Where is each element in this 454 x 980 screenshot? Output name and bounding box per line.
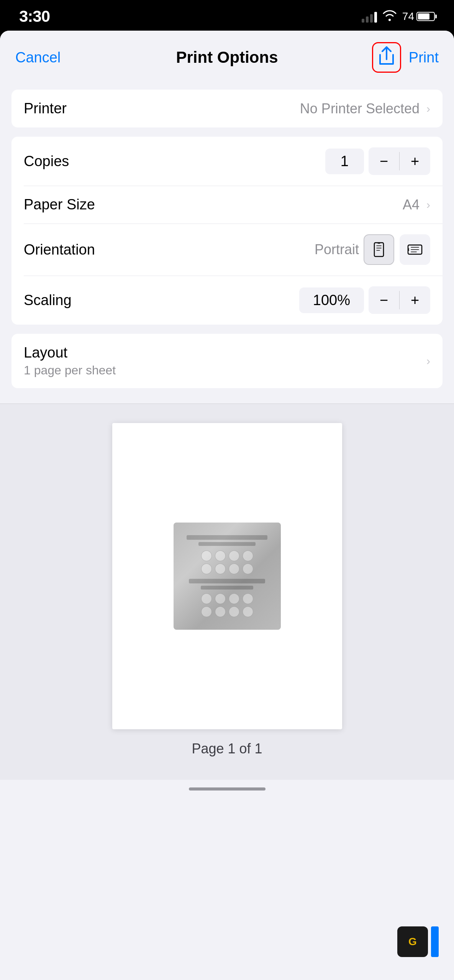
- copies-controls: 1 − +: [325, 147, 430, 175]
- scaling-minus-button[interactable]: −: [369, 286, 399, 314]
- page-indicator: Page 1 of 1: [192, 741, 262, 757]
- scaling-controls: 100% − +: [299, 286, 430, 314]
- blister-pack-graphic: [174, 523, 281, 630]
- cancel-button[interactable]: Cancel: [15, 49, 61, 66]
- nav-right-actions: Print: [372, 42, 439, 73]
- layout-subtitle: 1 page per sheet: [24, 363, 430, 377]
- status-bar: 3:30 74: [0, 0, 454, 31]
- share-button[interactable]: [372, 42, 401, 73]
- copies-row: Copies 1 − +: [11, 137, 443, 186]
- copies-value: 1: [325, 149, 364, 174]
- nav-bar: Cancel Print Options Print: [0, 31, 454, 80]
- copies-plus-button[interactable]: +: [400, 147, 430, 175]
- scaling-value: 100%: [299, 287, 364, 313]
- printer-chevron-icon: ›: [426, 102, 430, 115]
- landscape-button[interactable]: [400, 234, 430, 265]
- layout-card[interactable]: Layout 1 page per sheet ›: [11, 334, 443, 388]
- options-card: Copies 1 − + Paper Size A4 › Orientation: [11, 137, 443, 325]
- printer-card: Printer No Printer Selected ›: [11, 90, 443, 127]
- portrait-button[interactable]: [364, 234, 394, 265]
- svg-rect-0: [374, 243, 384, 256]
- watermark-logo: G: [397, 926, 428, 957]
- paper-size-label: Paper Size: [24, 196, 95, 213]
- watermark-g-letter: G: [408, 936, 417, 948]
- watermark-accent: [431, 926, 439, 957]
- paper-size-row[interactable]: Paper Size A4 ›: [11, 186, 443, 224]
- printer-value: No Printer Selected ›: [300, 101, 430, 117]
- layout-chevron-icon: ›: [426, 354, 430, 368]
- home-bar: [189, 787, 266, 791]
- copies-label: Copies: [24, 153, 69, 170]
- paper-size-value: A4 ›: [403, 197, 430, 213]
- orientation-value: Portrait: [315, 242, 359, 258]
- scaling-label: Scaling: [24, 292, 72, 309]
- scaling-row: Scaling 100% − +: [11, 276, 443, 325]
- printer-label: Printer: [24, 100, 67, 117]
- scaling-stepper: − +: [369, 286, 430, 314]
- copies-stepper: − +: [369, 147, 430, 175]
- print-button[interactable]: Print: [409, 49, 439, 66]
- orientation-buttons: [364, 234, 430, 265]
- sheet: Cancel Print Options Print Printer No Pr…: [0, 31, 454, 980]
- share-icon: [378, 46, 395, 69]
- copies-minus-button[interactable]: −: [369, 147, 399, 175]
- orientation-row: Orientation Portrait: [11, 224, 443, 276]
- preview-image: [174, 523, 281, 630]
- scaling-plus-button[interactable]: +: [400, 286, 430, 314]
- orientation-controls: Portrait: [315, 234, 430, 265]
- printer-value-text: No Printer Selected: [300, 101, 420, 117]
- layout-title: Layout: [24, 345, 430, 361]
- signal-icon: [362, 10, 377, 23]
- paper-size-text: A4: [403, 197, 420, 213]
- home-indicator: [0, 780, 454, 802]
- page-title: Print Options: [176, 48, 278, 67]
- preview-page: [112, 423, 342, 729]
- orientation-label: Orientation: [24, 242, 95, 258]
- printer-row[interactable]: Printer No Printer Selected ›: [11, 90, 443, 127]
- paper-size-chevron-icon: ›: [426, 198, 430, 211]
- wifi-icon: [382, 9, 397, 24]
- watermark: G: [397, 926, 439, 957]
- battery-icon: 74: [402, 10, 435, 23]
- battery-level: 74: [402, 10, 414, 23]
- preview-area: Page 1 of 1: [0, 403, 454, 780]
- status-time: 3:30: [19, 7, 50, 26]
- status-icons: 74: [362, 9, 435, 24]
